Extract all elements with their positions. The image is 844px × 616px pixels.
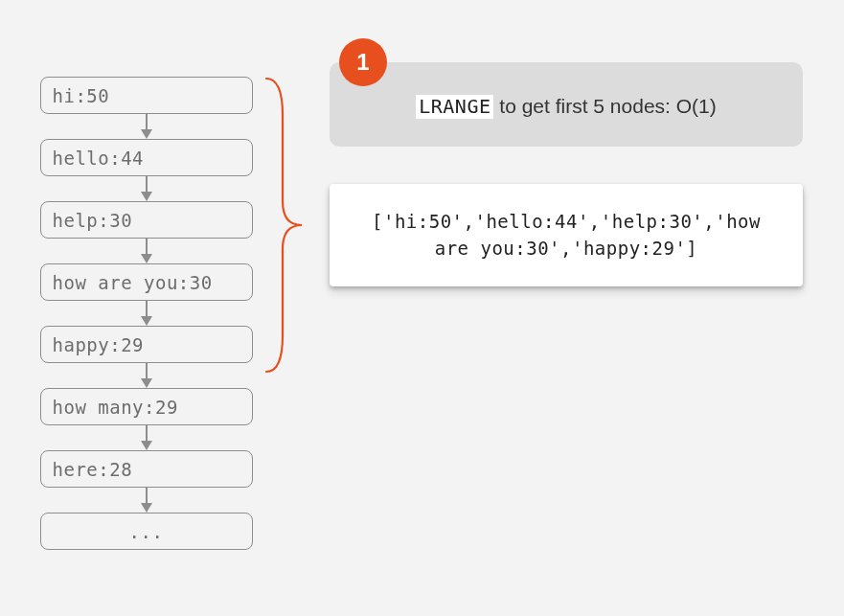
arrow-down-icon — [139, 114, 154, 139]
svg-marker-11 — [141, 441, 152, 450]
list-node: ... — [40, 513, 253, 550]
list-node: hi:50 — [40, 77, 253, 114]
list-node: here:28 — [40, 450, 253, 488]
svg-marker-13 — [141, 503, 152, 513]
list-node: how many:29 — [40, 388, 253, 425]
svg-marker-1 — [141, 129, 152, 139]
command-code: LRANGE — [416, 95, 493, 119]
arrow-down-icon — [139, 239, 154, 263]
arrow-down-icon — [139, 301, 154, 326]
step-number-badge: 1 — [339, 38, 387, 86]
list-node: how are you:30 — [40, 263, 253, 301]
step-caption: LRANGE to get first 5 nodes: O(1) — [330, 62, 803, 147]
svg-marker-7 — [141, 316, 152, 326]
linked-list: hi:50 hello:44 help:30 how are you:30 ha… — [34, 77, 259, 550]
svg-marker-9 — [141, 378, 152, 388]
arrow-down-icon — [139, 425, 154, 450]
list-node: help:30 — [40, 201, 253, 239]
svg-marker-5 — [141, 254, 152, 263]
result-output: ['hi:50','hello:44','help:30','how are y… — [330, 184, 803, 286]
arrow-down-icon — [139, 176, 154, 201]
list-node: happy:29 — [40, 326, 253, 363]
arrow-down-icon — [139, 488, 154, 513]
arrow-down-icon — [139, 363, 154, 388]
list-node: hello:44 — [40, 139, 253, 176]
svg-marker-3 — [141, 192, 152, 201]
selection-bracket-icon — [262, 77, 309, 377]
caption-text: to get first 5 nodes: O(1) — [493, 95, 716, 117]
